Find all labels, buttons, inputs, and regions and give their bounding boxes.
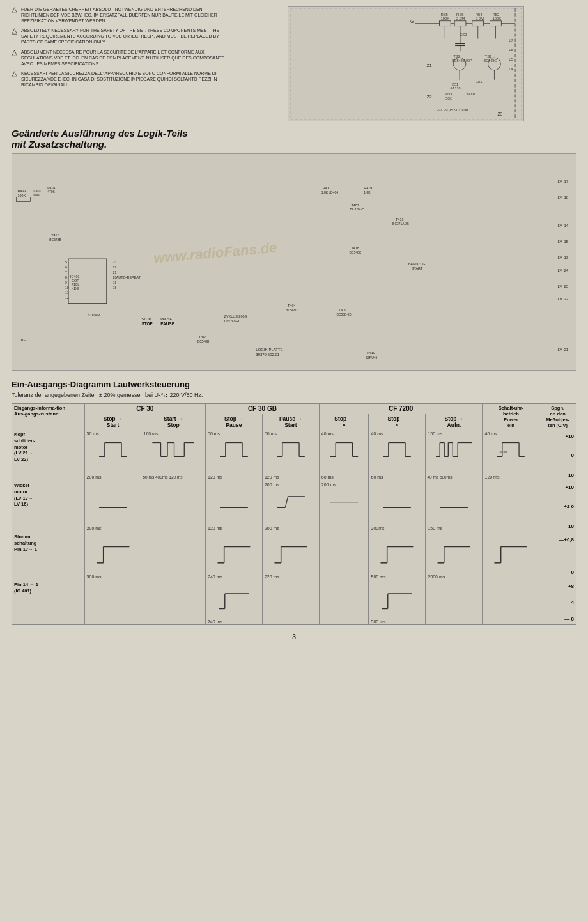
- svg-text:21: 21: [113, 271, 117, 274]
- svg-text:G: G: [410, 19, 414, 24]
- svg-text:Z1: Z1: [427, 63, 432, 68]
- svg-text:BC548B: BC548B: [49, 238, 61, 242]
- cf7200-col2-header: Stop →«: [369, 414, 426, 430]
- svg-text:KDE: KDE: [72, 286, 79, 290]
- section-title-line1: Geänderte Ausführung des Logik-Teils: [12, 128, 576, 139]
- cf30-header: CF 30: [84, 404, 205, 414]
- svg-text:LV: LV: [558, 348, 562, 352]
- tolerance-note: Toleranz der angegebenen Zeiten ± 20% ge…: [12, 392, 576, 398]
- svg-text:BC371A-25: BC371A-25: [392, 222, 409, 226]
- svg-text:10: 10: [65, 286, 69, 290]
- svg-text:23: 23: [113, 261, 117, 264]
- wf-cf30-c1-wickel: 200 ms: [84, 481, 141, 532]
- svg-text:L4: L4: [509, 67, 513, 71]
- svg-text:24: 24: [564, 268, 569, 272]
- wf-cf7200-c2-stumm: 500 ms: [369, 532, 426, 580]
- svg-text:11: 11: [65, 291, 69, 295]
- wf-cf7200-c3-kopf: 150 ms 40 ms 500ms: [426, 430, 483, 481]
- wf-cf7200-c1-wickel: 200 ms: [319, 481, 369, 532]
- wf-cf7200-c1-stumm: [319, 532, 369, 580]
- cf7200-col3-header: Stop →Aufn.: [426, 414, 483, 430]
- svg-text:R404: R404: [47, 187, 55, 190]
- wf-cf30gb-c2-pin14: [262, 580, 319, 625]
- svg-text:2,2M: 2,2M: [456, 17, 465, 20]
- diagram-title: Ein-Ausgangs-Diagramm Laufwerksteuerung: [12, 380, 576, 389]
- wf-cf7200-c3-stumm: 2300 ms: [426, 532, 483, 580]
- wf-cf7200-c2-kopf: 40 ms 60 ms: [369, 430, 426, 481]
- svg-text:L7: L7: [509, 38, 513, 42]
- row-label-pin14: Pin 14 → 1(IC 401): [12, 580, 85, 625]
- cf7200-header: CF 7200: [319, 404, 483, 414]
- table-row-wickel: Wickel-motor(LV 17→LV 16) 200 ms 120 ms …: [12, 481, 576, 532]
- svg-rect-0: [290, 8, 522, 120]
- svg-rect-12: [490, 21, 502, 26]
- svg-text:LV: LV: [558, 196, 562, 199]
- wf-cf30gb-c1-pin14: 240 ms: [206, 580, 263, 625]
- safety-item-3: △ ABSOLUMENT NECESSAIRE POUR LA SECURITE…: [12, 49, 229, 66]
- cf7200-col1-header: Stop →»: [319, 414, 369, 430]
- svg-text:56K: 56K: [445, 97, 452, 100]
- svg-text:50 ms: 50 ms: [500, 450, 508, 453]
- wf-schaltuhr-kopf: 40 ms 50 ms 120 ms: [483, 430, 539, 481]
- table-row-stumm: StummschaltungPin 17→ 1 300 ms: [12, 532, 576, 580]
- svg-text:68N: 68N: [33, 194, 40, 197]
- svg-line-183: [285, 497, 288, 508]
- svg-rect-11: [472, 21, 484, 26]
- svg-text:12: 12: [65, 297, 69, 300]
- svg-text:23: 23: [564, 284, 569, 288]
- warning-icon-4: △: [12, 69, 17, 88]
- svg-text:LV: LV: [558, 297, 562, 301]
- wf-schaltuhr-wickel: [483, 481, 539, 532]
- safety-item-1: △ FUER DIE GERAETESICHERHEIT ABSOLUT NOT…: [12, 6, 229, 24]
- svg-text:AUTO-REPEAT: AUTO-REPEAT: [116, 275, 141, 279]
- safety-text-1: FUER DIE GERAETESICHERHEIT ABSOLUT NOTWE…: [21, 6, 229, 24]
- page-number: 3: [12, 633, 576, 640]
- schaltuhr-header: Schalt-uhr-betriebPowerein: [483, 404, 539, 430]
- svg-text:T409: T409: [339, 308, 346, 312]
- spgn-pin14: —+8 —-4 — 0: [539, 580, 576, 625]
- cf30gb-col1-header: Stop →Pause: [206, 414, 263, 430]
- wf-cf30gb-c2-stumm: 220 ms: [262, 532, 319, 580]
- svg-text:39370-502.01: 39370-502.01: [256, 353, 279, 357]
- wf-schaltuhr-pin14: [483, 580, 539, 625]
- svg-text:STOP: STOP: [141, 317, 151, 321]
- svg-text:1.8K: 1.8K: [364, 191, 371, 194]
- svg-text:19: 19: [113, 281, 117, 284]
- svg-text:9: 9: [65, 281, 67, 284]
- svg-text:LV: LV: [558, 240, 562, 244]
- svg-text:REC: REC: [21, 338, 29, 342]
- svg-text:L6: L6: [509, 48, 513, 52]
- svg-text:T413: T413: [396, 217, 403, 221]
- safety-notices: △ FUER DIE GERAETESICHERHEIT ABSOLUT NOT…: [12, 6, 229, 121]
- svg-text:Z3: Z3: [497, 112, 502, 116]
- safety-text-4: NECESSARI PER LA SICUREZZA DELL' APPAREC…: [21, 70, 229, 88]
- wf-cf30-c2-pin14: [141, 580, 206, 625]
- svg-text:100K: 100K: [18, 194, 26, 197]
- svg-text:8: 8: [65, 276, 67, 279]
- svg-text:PAUSE: PAUSE: [160, 321, 174, 326]
- svg-text:T407: T407: [351, 203, 359, 207]
- wf-cf30gb-c2-kopf: 50 ms 120 ms: [262, 430, 319, 481]
- svg-text:21: 21: [564, 348, 569, 352]
- svg-text:6: 6: [65, 266, 67, 269]
- wf-cf30-c2-wickel: [141, 481, 206, 532]
- svg-text:AA118: AA118: [450, 86, 460, 90]
- svg-text:18: 18: [564, 196, 569, 199]
- diagram-heading: Ein-Ausgangs-Diagramm Laufwerksteuerung: [12, 380, 576, 389]
- svg-text:T410: T410: [367, 351, 375, 355]
- timing-table: Eingangs-informa-tion Aus-gangs-zustand …: [12, 403, 576, 625]
- svg-text:STUMM: STUMM: [88, 313, 100, 317]
- section-heading: Geänderte Ausführung des Logik-Teils mit…: [12, 128, 576, 150]
- svg-text:PIN 4 AUF: PIN 4 AUF: [224, 319, 241, 323]
- svg-text:T418: T418: [351, 246, 359, 250]
- svg-text:LP-Z  39 352-016.00: LP-Z 39 352-016.00: [435, 108, 468, 112]
- svg-text:LV: LV: [558, 224, 562, 228]
- spgn-stumm: —+0,8 — 0: [539, 532, 576, 580]
- main-circuit-diagram: www.radioFans.de R433 100K C401 68N R404…: [12, 153, 576, 371]
- svg-text:T414: T414: [199, 335, 206, 339]
- safety-item-2: △ ABSOLUTELY NECESSARY FOR THE SAFETY OF…: [12, 27, 229, 45]
- wf-cf7200-c3-pin14: [426, 580, 483, 625]
- row-label-kopf: Kopf-schlitten-motor(LV 21→LV 22): [12, 430, 85, 481]
- cf30gb-header: CF 30 GB: [206, 404, 320, 414]
- svg-rect-9: [439, 21, 451, 26]
